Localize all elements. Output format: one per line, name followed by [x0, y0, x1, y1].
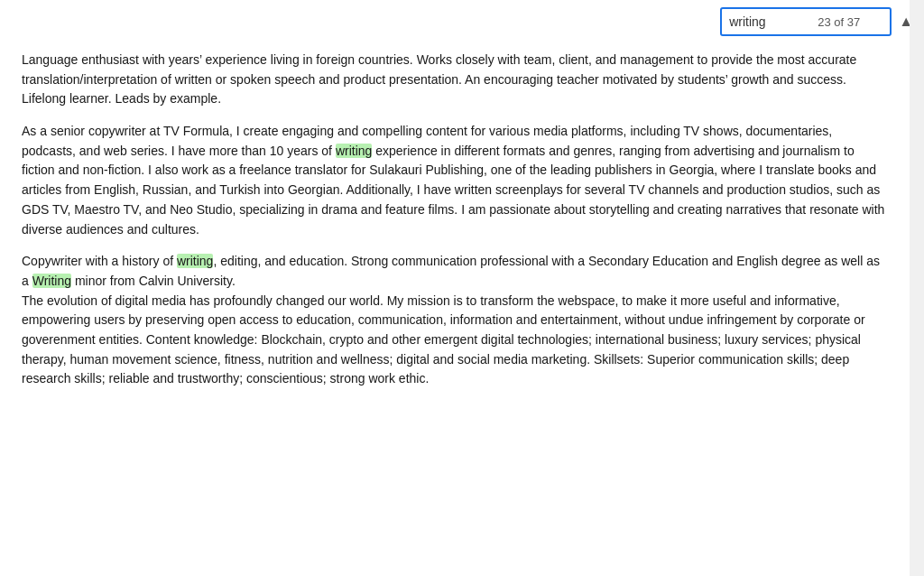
paragraph-4: The evolution of digital media has profo… [22, 292, 888, 389]
highlight-writing-3: Writing [32, 274, 71, 288]
search-box[interactable]: 23 of 37 [720, 7, 892, 36]
content-area: Language enthusiast with years’ experien… [0, 43, 910, 576]
paragraph-3-text-part3: minor from Calvin University. [71, 274, 236, 288]
paragraph-3: Copywriter with a history of writing, ed… [22, 252, 888, 291]
paragraph-1: Language enthusiast with years’ experien… [22, 51, 888, 109]
scrollbar-track[interactable] [910, 0, 924, 576]
highlight-writing-1: writing [336, 144, 372, 158]
paragraph-3-text-part1: Copywriter with a history of [22, 254, 177, 268]
match-count: 23 of 37 [818, 15, 860, 29]
highlight-writing-2: writing [177, 254, 213, 268]
search-input[interactable] [729, 14, 810, 29]
paragraph-2: As a senior copywriter at TV Formula, I … [22, 122, 888, 239]
search-toolbar: 23 of 37 ▲ [689, 0, 924, 43]
